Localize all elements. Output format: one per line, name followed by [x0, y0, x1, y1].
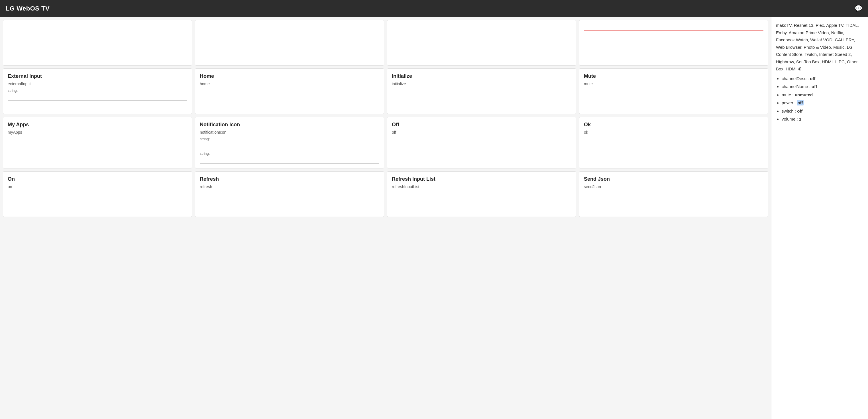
sidebar-item-volume-key: volume — [782, 117, 795, 121]
card-refresh-title: Refresh — [200, 176, 379, 182]
sidebar-item-switch-value: off — [797, 109, 802, 114]
card-my-apps-title: My Apps — [8, 122, 187, 128]
card-initialize: Initialize initialize — [387, 68, 576, 114]
card-external-input-title: External Input — [8, 73, 187, 79]
card-home-title: Home — [200, 73, 379, 79]
sidebar-item-switch-key: switch — [782, 109, 794, 114]
sidebar-item-volume-value: 1 — [799, 117, 801, 121]
cards-grid: External Input externalInput string: Hom… — [3, 20, 768, 217]
sidebar-item-channelName-key: channelName — [782, 84, 808, 89]
sidebar-status-list: channelDesc : off channelName : off mute… — [776, 76, 863, 123]
card-initialize-title: Initialize — [392, 73, 571, 79]
card-home: Home home — [195, 68, 384, 114]
sidebar-item-power-key: power — [782, 100, 793, 105]
sidebar-item-volume: volume : 1 — [782, 116, 863, 123]
card-ok-subtitle: ok — [584, 130, 764, 134]
card-external-input: External Input externalInput string: — [3, 68, 192, 114]
sidebar-item-volume-sep: : — [797, 117, 799, 121]
card-mute: Mute mute — [579, 68, 768, 114]
card-notification-icon-subtitle: notificationIcon — [200, 130, 379, 134]
card-off-subtitle: off — [392, 130, 571, 134]
card-on: On on — [3, 171, 192, 217]
sidebar: makoTV, Reshet 13, Plex, Apple TV, TIDAL… — [771, 17, 868, 419]
card-external-input-label: string: — [8, 88, 187, 93]
sidebar-item-channelDesc: channelDesc : off — [782, 76, 863, 82]
card-refresh-input-list-title: Refresh Input List — [392, 176, 571, 182]
sidebar-item-power: power : off — [782, 100, 863, 106]
card-mute-title: Mute — [584, 73, 764, 79]
card-partial-3 — [387, 20, 576, 65]
card-home-subtitle: home — [200, 82, 379, 86]
card-ok: Ok ok — [579, 117, 768, 169]
sidebar-item-switch-sep: : — [795, 109, 797, 114]
app-header: LG WebOS TV 💬 — [0, 0, 868, 17]
sidebar-item-power-value: off — [797, 100, 803, 106]
card-my-apps-subtitle: myApps — [8, 130, 187, 134]
card-notification-icon-title: Notification Icon — [200, 122, 379, 128]
main-layout: External Input externalInput string: Hom… — [0, 17, 868, 419]
card-off-title: Off — [392, 122, 571, 128]
sidebar-item-channelDesc-key: channelDesc — [782, 76, 806, 81]
card-partial-4 — [579, 20, 768, 65]
card-on-title: On — [8, 176, 187, 182]
card-notification-icon-label2: string: — [200, 151, 379, 156]
card-my-apps: My Apps myApps — [3, 117, 192, 169]
card-partial-4-input[interactable] — [584, 25, 764, 30]
card-external-input-subtitle: externalInput — [8, 82, 187, 86]
card-on-subtitle: on — [8, 184, 187, 189]
card-refresh-input-list: Refresh Input List refreshInputList — [387, 171, 576, 217]
card-send-json-subtitle: sendJson — [584, 184, 764, 189]
card-initialize-subtitle: initialize — [392, 82, 571, 86]
sidebar-item-channelName-value: off — [812, 84, 817, 89]
chat-icon[interactable]: 💬 — [855, 5, 862, 12]
card-send-json-title: Send Json — [584, 176, 764, 182]
sidebar-item-mute: mute : unmuted — [782, 92, 863, 98]
card-refresh: Refresh refresh — [195, 171, 384, 217]
card-notification-icon-label1: string: — [200, 137, 379, 141]
card-partial-2 — [195, 20, 384, 65]
card-mute-subtitle: mute — [584, 82, 764, 86]
card-refresh-input-list-subtitle: refreshInputList — [392, 184, 571, 189]
sidebar-item-channelName: channelName : off — [782, 84, 863, 90]
sidebar-item-mute-sep: : — [793, 92, 795, 97]
sidebar-item-mute-key: mute — [782, 92, 791, 97]
card-send-json: Send Json sendJson — [579, 171, 768, 217]
card-off: Off off — [387, 117, 576, 169]
card-notification-icon: Notification Icon notificationIcon strin… — [195, 117, 384, 169]
app-title: LG WebOS TV — [6, 5, 50, 12]
card-notification-icon-input1[interactable] — [200, 143, 379, 149]
sidebar-item-channelDesc-sep: : — [808, 76, 810, 81]
card-refresh-subtitle: refresh — [200, 184, 379, 189]
cards-grid-area: External Input externalInput string: Hom… — [0, 17, 771, 419]
sidebar-item-channelDesc-value: off — [810, 76, 815, 81]
card-external-input-field[interactable] — [8, 95, 187, 100]
sidebar-item-channelName-sep: : — [809, 84, 812, 89]
sidebar-intro-text: makoTV, Reshet 13, Plex, Apple TV, TIDAL… — [776, 22, 863, 73]
card-partial-1 — [3, 20, 192, 65]
sidebar-item-mute-value: unmuted — [795, 92, 813, 97]
card-notification-icon-input2[interactable] — [200, 158, 379, 163]
card-ok-title: Ok — [584, 122, 764, 128]
sidebar-item-switch: switch : off — [782, 108, 863, 115]
